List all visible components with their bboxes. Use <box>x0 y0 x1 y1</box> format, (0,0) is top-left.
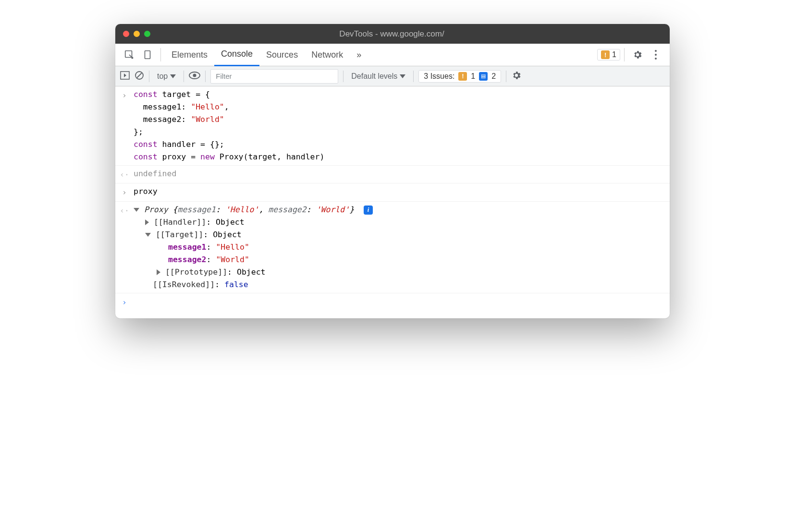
divider <box>624 48 625 61</box>
expand-toggle-icon[interactable] <box>134 208 139 212</box>
input-prompt-icon: › <box>122 186 127 199</box>
tree-item: message1: "Hello" <box>168 241 665 254</box>
devtools-window: DevTools - www.google.com/ Elements Cons… <box>115 24 670 318</box>
titlebar: DevTools - www.google.com/ <box>115 24 670 44</box>
warn-count: 1 <box>471 72 475 81</box>
expand-toggle-icon[interactable] <box>145 233 151 237</box>
expand-toggle-icon[interactable] <box>157 269 160 275</box>
context-label: top <box>157 72 168 81</box>
output-prompt-icon: ‹· <box>120 169 129 181</box>
tab-sources[interactable]: Sources <box>259 44 305 66</box>
tree-item: message2: "World" <box>168 254 665 266</box>
info-icon[interactable]: i <box>364 206 373 215</box>
settings-icon[interactable] <box>630 48 645 62</box>
console-prompt-row[interactable]: › <box>115 293 670 318</box>
warning-icon: ! <box>601 50 610 59</box>
tabbar: Elements Console Sources Network » ! 1 <box>115 44 670 66</box>
chevron-down-icon <box>400 74 405 78</box>
filter-input[interactable] <box>210 69 338 84</box>
console-result-row: ‹· undefined <box>115 166 670 183</box>
live-expression-icon[interactable] <box>189 72 200 81</box>
tree-item: [[IsRevoked]]: false <box>153 278 665 291</box>
svg-point-6 <box>193 73 196 77</box>
chevron-down-icon <box>170 74 176 78</box>
level-label: Default levels <box>351 72 397 81</box>
context-selector[interactable]: top <box>154 72 179 81</box>
object-preview[interactable]: Proxy {message1: 'Hello', message2: 'Wor… <box>134 204 665 216</box>
svg-line-4 <box>137 73 142 78</box>
input-prompt-icon: › <box>122 89 127 163</box>
log-level-selector[interactable]: Default levels <box>348 72 408 81</box>
issues-label: 3 Issues: <box>424 72 454 81</box>
console-output: › const target = { message1: "Hello", me… <box>115 86 670 318</box>
console-result-row: ‹· Proxy {message1: 'Hello', message2: '… <box>115 202 670 293</box>
tab-console[interactable]: Console <box>214 44 259 66</box>
svg-rect-1 <box>145 51 150 59</box>
issues-indicator[interactable]: ! 1 <box>597 49 620 60</box>
undefined-result: undefined <box>134 169 176 178</box>
window-title: DevTools - www.google.com/ <box>122 29 662 39</box>
console-input-row[interactable]: › proxy <box>115 183 670 201</box>
issues-count: 1 <box>612 50 616 59</box>
console-toolbar: top Default levels 3 Issues: ! 1 ▤ 2 <box>115 66 670 86</box>
more-options-icon[interactable] <box>649 48 663 62</box>
info-icon: ▤ <box>479 72 488 81</box>
input-prompt-icon: › <box>122 296 127 309</box>
tab-more[interactable]: » <box>350 44 368 66</box>
tab-network[interactable]: Network <box>305 44 350 66</box>
console-input-row[interactable]: › const target = { message1: "Hello", me… <box>115 86 670 166</box>
code-inline: proxy <box>134 187 158 196</box>
expand-toggle-icon[interactable] <box>145 219 149 225</box>
tab-elements[interactable]: Elements <box>165 44 214 66</box>
tree-item[interactable]: [[Prototype]]: Object <box>157 266 665 278</box>
divider <box>160 48 161 61</box>
clear-console-icon[interactable] <box>135 71 144 82</box>
sidebar-toggle-icon[interactable] <box>120 71 130 82</box>
tree-item[interactable]: [[Handler]]: Object <box>145 216 665 229</box>
code-block: const target = { message1: "Hello", mess… <box>134 88 665 163</box>
inspect-icon[interactable] <box>122 48 136 62</box>
info-count: 2 <box>491 72 496 81</box>
tree-item[interactable]: [[Target]]: Object <box>145 229 665 241</box>
warning-icon: ! <box>458 72 467 81</box>
output-prompt-icon: ‹· <box>120 205 129 291</box>
issues-summary[interactable]: 3 Issues: ! 1 ▤ 2 <box>418 70 501 83</box>
console-settings-icon[interactable] <box>511 70 522 83</box>
device-toggle-icon[interactable] <box>140 48 155 62</box>
